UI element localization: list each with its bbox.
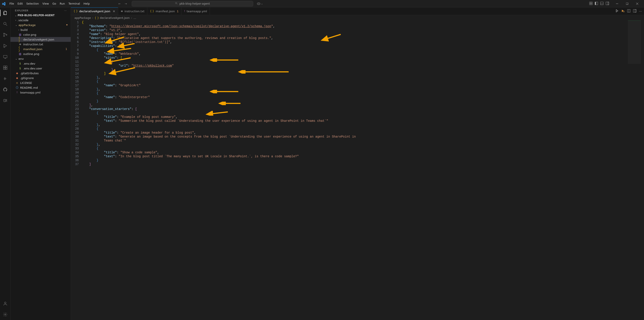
modified-badge: 1 — [66, 48, 67, 51]
editor-more-icon[interactable]: ⋯ — [639, 10, 642, 13]
file-type-icon: ◆ — [15, 77, 19, 80]
copilot-icon[interactable]: ⌄ — [257, 2, 263, 6]
tree-item-label: appPackage — [18, 24, 36, 27]
file-row[interactable]: ◆.gitignore — [10, 76, 71, 80]
audio-icon[interactable] — [0, 75, 10, 82]
svg-point-36 — [4, 302, 6, 303]
editor-tab[interactable]: ≡instruction.txt — [118, 8, 147, 15]
file-type-icon: ◆ — [15, 72, 19, 75]
explorer-more-icon[interactable]: ⋯ — [64, 9, 67, 12]
window-close-button[interactable] — [632, 0, 642, 8]
editor-tab[interactable]: { }declarativeAgent.json× — [71, 8, 118, 15]
teams-toolkit-icon[interactable]: T — [0, 97, 10, 104]
settings-icon[interactable] — [0, 311, 10, 318]
svg-rect-17 — [626, 3, 628, 5]
tree-item-label: manifest.json — [23, 48, 42, 51]
layout-customize-icon[interactable] — [589, 2, 592, 6]
file-row[interactable]: ⓘREADME.md — [10, 85, 71, 90]
layout-toggle-right-icon[interactable] — [606, 2, 609, 6]
code-content[interactable]: { "$schema": "https://developer.microsof… — [82, 20, 644, 320]
project-name: PKB-BLOG-HELPER-AGENT — [18, 14, 54, 17]
file-row[interactable]: $.env.dev.user — [10, 66, 71, 71]
file-row[interactable]: ◆.gitattributes — [10, 71, 71, 76]
minimap[interactable] — [628, 20, 641, 64]
tab-label: declarativeAgent.json — [79, 10, 110, 13]
run-icon[interactable] — [615, 9, 618, 13]
editor-area: { }declarativeAgent.json×≡instruction.tx… — [71, 8, 644, 320]
menu-item-selection[interactable]: Selection — [25, 1, 40, 6]
folder-row[interactable]: ⌄env — [10, 56, 71, 61]
file-row[interactable]: ▧outline.png — [10, 52, 71, 56]
tree-item-label: instruction.txt — [23, 43, 43, 46]
window-maximize-button[interactable] — [622, 0, 632, 8]
svg-rect-6 — [591, 2, 592, 3]
project-header[interactable]: ⌄ PKB-BLOG-HELPER-AGENT — [10, 13, 71, 18]
modified-badge: 1 — [177, 10, 178, 13]
sidebar-title-text: EXPLORER — [15, 9, 28, 12]
file-row[interactable]: $.env.dev — [10, 61, 71, 66]
github-icon[interactable] — [0, 86, 10, 93]
svg-point-37 — [4, 314, 6, 315]
svg-point-24 — [6, 34, 7, 36]
extensions-icon[interactable] — [0, 64, 10, 71]
menu-item-edit[interactable]: Edit — [16, 1, 24, 6]
command-center-search[interactable]: pkb-blog-helper-agent — [132, 1, 253, 7]
file-row[interactable]: { }declarativeAgent.json — [10, 37, 71, 42]
menu-item-help[interactable]: Help — [82, 1, 92, 6]
tree-item-label: declarativeAgent.json — [23, 38, 54, 41]
breadcrumb-segment[interactable]: … — [134, 16, 136, 20]
menu-item-run[interactable]: Run — [58, 1, 66, 6]
folder-row[interactable]: ⌄appPackage• — [10, 23, 71, 27]
nav-forward-icon[interactable]: → — [125, 2, 127, 5]
breadcrumb[interactable]: appPackage › { } declarativeAgent.json ›… — [71, 15, 644, 20]
menu-item-terminal[interactable]: Terminal — [67, 1, 82, 6]
folder-row[interactable]: ›build — [10, 27, 71, 32]
chevron-down-icon: ⌄ — [15, 24, 17, 26]
app-menu: File Edit Selection View Go Run Terminal… — [8, 1, 91, 6]
explorer-icon[interactable] — [0, 9, 10, 17]
source-control-icon[interactable] — [0, 31, 10, 39]
svg-rect-31 — [5, 68, 7, 70]
menu-item-view[interactable]: View — [41, 1, 50, 6]
accounts-icon[interactable] — [0, 300, 10, 307]
tree-item-label: env — [18, 57, 24, 61]
menu-item-go[interactable]: Go — [51, 1, 58, 6]
chevron-down-icon: ⌄ — [15, 14, 17, 17]
run-debug-config-icon[interactable] — [621, 9, 624, 13]
editor-tab[interactable]: { }manifest.json1 — [147, 8, 182, 15]
file-row[interactable]: { }manifest.json1 — [10, 47, 71, 52]
vscode-logo-icon — [2, 2, 6, 6]
svg-point-0 — [176, 3, 177, 4]
file-type-icon: ▧ — [18, 33, 22, 36]
line-gutter: 1234567891011121314151617181920212223242… — [71, 20, 82, 320]
file-type-icon: { } — [150, 10, 154, 13]
layout-split-icon[interactable] — [633, 9, 636, 13]
file-type-icon: ! — [15, 91, 19, 94]
breadcrumb-segment[interactable]: appPackage — [74, 16, 91, 20]
breadcrumb-segment[interactable]: declarativeAgent.json — [100, 16, 130, 20]
search-placeholder-text: pkb-blog-helper-agent — [180, 2, 210, 5]
tree-item-label: teamsapp.yml — [20, 91, 40, 94]
file-row[interactable]: ⧈LICENSE — [10, 80, 71, 85]
code-editor[interactable]: 1234567891011121314151617181920212223242… — [71, 20, 644, 320]
search-view-icon[interactable] — [0, 20, 10, 28]
run-debug-icon[interactable] — [0, 42, 10, 50]
tree-item-label: build — [20, 28, 28, 32]
window-minimize-button[interactable] — [612, 0, 622, 8]
folder-row[interactable]: ›.vscode — [10, 18, 71, 23]
editor-tab[interactable]: !teamsapp.yml — [182, 8, 210, 15]
file-type-icon: { } — [74, 10, 78, 13]
layout-toggle-panel-icon[interactable] — [600, 2, 604, 6]
menu-item-file[interactable]: File — [8, 1, 16, 6]
svg-rect-2 — [257, 3, 260, 5]
nav-back-icon[interactable]: ← — [118, 2, 120, 5]
svg-line-21 — [6, 25, 7, 26]
remote-explorer-icon[interactable] — [0, 53, 10, 61]
svg-rect-30 — [3, 68, 5, 70]
split-editor-icon[interactable] — [627, 9, 630, 13]
file-row[interactable]: !teamsapp.yml — [10, 90, 71, 95]
tab-label: instruction.txt — [124, 10, 144, 13]
svg-rect-10 — [595, 2, 596, 5]
layout-toggle-sidebar-icon[interactable] — [595, 2, 598, 6]
close-tab-icon[interactable]: × — [113, 10, 115, 13]
